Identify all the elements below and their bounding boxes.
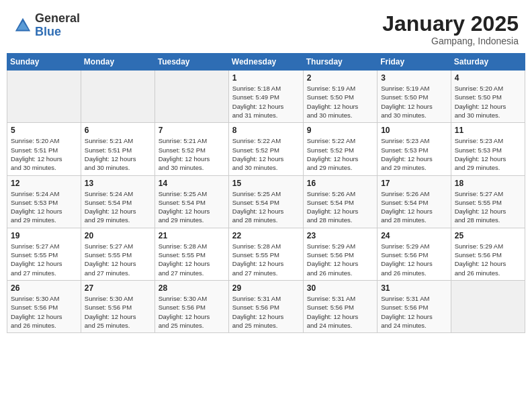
day-number: 30 <box>307 283 373 293</box>
day-number: 21 <box>159 231 225 240</box>
day-number: 24 <box>381 231 447 240</box>
month-title: January 2025 <box>382 12 519 36</box>
day-number: 22 <box>232 231 300 240</box>
weekday-header-friday: Friday <box>378 54 451 71</box>
day-info: Sunrise: 5:28 AMSunset: 5:55 PMDaylight:… <box>159 242 225 277</box>
calendar-cell <box>81 71 154 123</box>
calendar-week-row: 1Sunrise: 5:18 AMSunset: 5:49 PMDaylight… <box>7 71 525 123</box>
day-number: 9 <box>307 126 373 135</box>
logo-general-text: General <box>35 12 80 26</box>
calendar-cell: 28Sunrise: 5:30 AMSunset: 5:56 PMDayligh… <box>154 280 228 332</box>
day-number: 20 <box>85 231 151 240</box>
logo-icon <box>13 16 32 35</box>
day-number: 26 <box>11 283 77 293</box>
weekday-header-thursday: Thursday <box>303 54 377 71</box>
day-info: Sunrise: 5:22 AMSunset: 5:52 PMDaylight:… <box>307 136 373 172</box>
calendar-cell: 23Sunrise: 5:29 AMSunset: 5:56 PMDayligh… <box>303 228 377 280</box>
calendar-cell: 16Sunrise: 5:26 AMSunset: 5:54 PMDayligh… <box>303 175 377 228</box>
day-number: 1 <box>232 73 300 83</box>
calendar-cell: 12Sunrise: 5:24 AMSunset: 5:53 PMDayligh… <box>7 175 81 228</box>
calendar-cell: 21Sunrise: 5:28 AMSunset: 5:55 PMDayligh… <box>154 228 228 280</box>
day-number: 25 <box>455 231 521 240</box>
location-subtitle: Gampang, Indonesia <box>382 36 519 46</box>
day-info: Sunrise: 5:30 AMSunset: 5:56 PMDaylight:… <box>159 294 225 330</box>
calendar-cell: 31Sunrise: 5:31 AMSunset: 5:56 PMDayligh… <box>378 280 451 332</box>
calendar-cell: 8Sunrise: 5:22 AMSunset: 5:52 PMDaylight… <box>228 123 303 175</box>
weekday-header-saturday: Saturday <box>451 54 525 71</box>
calendar-cell: 18Sunrise: 5:27 AMSunset: 5:55 PMDayligh… <box>451 175 525 228</box>
day-info: Sunrise: 5:31 AMSunset: 5:56 PMDaylight:… <box>381 294 447 330</box>
calendar-cell: 14Sunrise: 5:25 AMSunset: 5:54 PMDayligh… <box>154 175 228 228</box>
weekday-header-tuesday: Tuesday <box>154 54 228 71</box>
logo-blue-text: Blue <box>35 26 80 39</box>
day-number: 28 <box>159 283 225 293</box>
logo: General Blue <box>13 12 80 39</box>
day-info: Sunrise: 5:18 AMSunset: 5:49 PMDaylight:… <box>232 84 300 120</box>
day-info: Sunrise: 5:26 AMSunset: 5:54 PMDaylight:… <box>381 189 447 225</box>
calendar-cell <box>451 280 525 332</box>
day-info: Sunrise: 5:23 AMSunset: 5:53 PMDaylight:… <box>455 136 521 172</box>
calendar-week-row: 12Sunrise: 5:24 AMSunset: 5:53 PMDayligh… <box>7 175 525 228</box>
calendar-cell: 9Sunrise: 5:22 AMSunset: 5:52 PMDaylight… <box>303 123 377 175</box>
calendar-cell: 7Sunrise: 5:21 AMSunset: 5:52 PMDaylight… <box>154 123 228 175</box>
calendar-week-row: 5Sunrise: 5:20 AMSunset: 5:51 PMDaylight… <box>7 123 525 175</box>
weekday-header-monday: Monday <box>81 54 154 71</box>
title-section: January 2025 Gampang, Indonesia <box>382 12 519 46</box>
calendar-cell: 19Sunrise: 5:27 AMSunset: 5:55 PMDayligh… <box>7 228 81 280</box>
day-info: Sunrise: 5:30 AMSunset: 5:56 PMDaylight:… <box>85 294 151 330</box>
day-info: Sunrise: 5:31 AMSunset: 5:56 PMDaylight:… <box>232 294 300 330</box>
calendar-cell: 11Sunrise: 5:23 AMSunset: 5:53 PMDayligh… <box>451 123 525 175</box>
day-number: 15 <box>232 179 300 188</box>
calendar-cell: 22Sunrise: 5:28 AMSunset: 5:55 PMDayligh… <box>228 228 303 280</box>
day-number: 4 <box>455 73 521 83</box>
weekday-header-wednesday: Wednesday <box>228 54 303 71</box>
weekday-header-sunday: Sunday <box>7 54 81 71</box>
day-number: 19 <box>11 231 77 240</box>
calendar-cell: 17Sunrise: 5:26 AMSunset: 5:54 PMDayligh… <box>378 175 451 228</box>
day-info: Sunrise: 5:29 AMSunset: 5:56 PMDaylight:… <box>381 242 447 277</box>
calendar-cell: 4Sunrise: 5:20 AMSunset: 5:50 PMDaylight… <box>451 71 525 123</box>
day-number: 7 <box>159 126 225 135</box>
day-number: 5 <box>11 126 77 135</box>
day-number: 10 <box>381 126 447 135</box>
calendar-cell: 30Sunrise: 5:31 AMSunset: 5:56 PMDayligh… <box>303 280 377 332</box>
day-number: 27 <box>85 283 151 293</box>
day-number: 23 <box>307 231 373 240</box>
day-info: Sunrise: 5:28 AMSunset: 5:55 PMDaylight:… <box>232 242 300 277</box>
day-number: 13 <box>85 179 151 188</box>
day-number: 6 <box>85 126 151 135</box>
page-header: General Blue January 2025 Gampang, Indon… <box>7 7 525 49</box>
day-info: Sunrise: 5:27 AMSunset: 5:55 PMDaylight:… <box>455 189 521 225</box>
calendar-cell: 25Sunrise: 5:29 AMSunset: 5:56 PMDayligh… <box>451 228 525 280</box>
calendar-week-row: 19Sunrise: 5:27 AMSunset: 5:55 PMDayligh… <box>7 228 525 280</box>
calendar-cell: 20Sunrise: 5:27 AMSunset: 5:55 PMDayligh… <box>81 228 154 280</box>
calendar-week-row: 26Sunrise: 5:30 AMSunset: 5:56 PMDayligh… <box>7 280 525 332</box>
calendar-cell: 3Sunrise: 5:19 AMSunset: 5:50 PMDaylight… <box>378 71 451 123</box>
calendar-cell: 5Sunrise: 5:20 AMSunset: 5:51 PMDaylight… <box>7 123 81 175</box>
day-info: Sunrise: 5:21 AMSunset: 5:51 PMDaylight:… <box>85 136 151 172</box>
calendar-cell <box>154 71 228 123</box>
day-number: 11 <box>455 126 521 135</box>
calendar-cell: 6Sunrise: 5:21 AMSunset: 5:51 PMDaylight… <box>81 123 154 175</box>
calendar-cell: 26Sunrise: 5:30 AMSunset: 5:56 PMDayligh… <box>7 280 81 332</box>
day-info: Sunrise: 5:31 AMSunset: 5:56 PMDaylight:… <box>307 294 373 330</box>
day-number: 8 <box>232 126 300 135</box>
day-info: Sunrise: 5:22 AMSunset: 5:52 PMDaylight:… <box>232 136 300 172</box>
day-info: Sunrise: 5:19 AMSunset: 5:50 PMDaylight:… <box>307 84 373 120</box>
day-info: Sunrise: 5:29 AMSunset: 5:56 PMDaylight:… <box>455 242 521 277</box>
calendar-cell: 1Sunrise: 5:18 AMSunset: 5:49 PMDaylight… <box>228 71 303 123</box>
day-info: Sunrise: 5:25 AMSunset: 5:54 PMDaylight:… <box>159 189 225 225</box>
day-info: Sunrise: 5:20 AMSunset: 5:50 PMDaylight:… <box>455 84 521 120</box>
day-info: Sunrise: 5:21 AMSunset: 5:52 PMDaylight:… <box>159 136 225 172</box>
day-info: Sunrise: 5:27 AMSunset: 5:55 PMDaylight:… <box>85 242 151 277</box>
day-number: 31 <box>381 283 447 293</box>
day-info: Sunrise: 5:25 AMSunset: 5:54 PMDaylight:… <box>232 189 300 225</box>
day-info: Sunrise: 5:19 AMSunset: 5:50 PMDaylight:… <box>381 84 447 120</box>
calendar-cell: 27Sunrise: 5:30 AMSunset: 5:56 PMDayligh… <box>81 280 154 332</box>
day-info: Sunrise: 5:23 AMSunset: 5:53 PMDaylight:… <box>381 136 447 172</box>
day-info: Sunrise: 5:24 AMSunset: 5:53 PMDaylight:… <box>11 189 77 225</box>
calendar-cell <box>7 71 81 123</box>
day-info: Sunrise: 5:30 AMSunset: 5:56 PMDaylight:… <box>11 294 77 330</box>
day-number: 2 <box>307 73 373 83</box>
day-number: 18 <box>455 179 521 188</box>
